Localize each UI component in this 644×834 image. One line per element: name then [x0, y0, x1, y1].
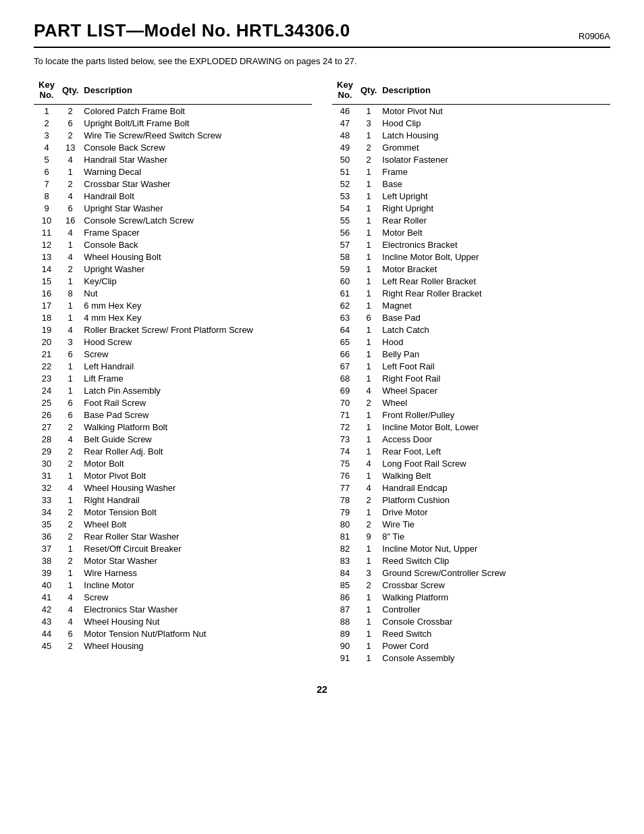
table-row: 531Left Upright	[332, 190, 610, 202]
part-key: 85	[332, 579, 358, 591]
part-description: Colored Patch Frame Bolt	[81, 105, 312, 118]
table-row: 324Wheel Housing Washer	[34, 481, 312, 494]
part-description: Hood Screw	[81, 336, 312, 348]
part-description: Wire Tie Screw/Reed Switch Screw	[81, 129, 312, 141]
table-row: 121Console Back	[34, 238, 312, 251]
part-qty: 2	[358, 396, 379, 409]
part-description: Grommet	[379, 141, 610, 153]
part-key: 15	[34, 275, 59, 287]
table-row: 721Incline Motor Bolt, Lower	[332, 421, 610, 433]
part-description: Wheel Spacer	[379, 384, 610, 396]
part-qty: 1	[358, 275, 379, 287]
part-key: 77	[332, 481, 358, 494]
part-key: 81	[332, 530, 358, 542]
part-key: 39	[34, 567, 59, 579]
page-header: PART LIST—Model No. HRTL34306.0 R0906A	[34, 20, 610, 48]
table-row: 61Warning Decal	[34, 165, 312, 178]
part-qty: 1	[358, 652, 379, 664]
table-row: 221Left Handrail	[34, 360, 312, 372]
part-qty: 2	[59, 105, 81, 118]
part-description: Controller	[379, 603, 610, 615]
part-description: Key/Clip	[81, 275, 312, 287]
part-qty: 6	[59, 117, 81, 129]
table-row: 311Motor Pivot Bolt	[34, 469, 312, 481]
part-qty: 2	[59, 518, 81, 530]
part-description: Screw	[81, 591, 312, 603]
part-description: Motor Tension Nut/Platform Nut	[81, 627, 312, 640]
part-qty: 1	[358, 129, 379, 141]
part-description: Motor Bolt	[81, 457, 312, 469]
part-description: 4 mm Hex Key	[81, 311, 312, 323]
left-column: Key No. Qty. Description 12Colored Patch…	[34, 78, 312, 664]
part-description: Base	[379, 178, 610, 190]
part-qty: 1	[358, 251, 379, 263]
table-row: 114Frame Spacer	[34, 226, 312, 238]
part-description: Upright Star Washer	[81, 202, 312, 214]
part-key: 9	[34, 202, 59, 214]
part-qty: 1	[59, 360, 81, 372]
table-row: 461Motor Pivot Nut	[332, 105, 610, 118]
part-qty: 2	[59, 554, 81, 567]
part-description: Wire Tie	[379, 518, 610, 530]
part-qty: 4	[59, 153, 81, 165]
part-description: Wheel Housing	[81, 640, 312, 652]
part-key: 6	[34, 165, 59, 178]
part-qty: 1	[358, 226, 379, 238]
part-key: 44	[34, 627, 59, 640]
part-key: 17	[34, 299, 59, 311]
part-description: Wheel	[379, 396, 610, 409]
part-description: Rear Foot, Left	[379, 445, 610, 457]
part-key: 73	[332, 433, 358, 445]
part-qty: 1	[59, 494, 81, 506]
part-key: 10	[34, 214, 59, 226]
part-qty: 3	[358, 567, 379, 579]
table-row: 54Handrail Star Washer	[34, 153, 312, 165]
part-key: 57	[332, 238, 358, 251]
part-description: Rear Roller Adj. Bolt	[81, 445, 312, 457]
part-key: 45	[34, 640, 59, 652]
part-description: Belly Pan	[379, 348, 610, 360]
part-description: Screw	[81, 348, 312, 360]
page-container: PART LIST—Model No. HRTL34306.0 R0906A T…	[34, 20, 610, 695]
table-row: 641Latch Catch	[332, 323, 610, 336]
part-description: Left Foot Rail	[379, 360, 610, 372]
part-key: 88	[332, 615, 358, 627]
table-row: 843Ground Screw/Controller Screw	[332, 567, 610, 579]
right-header-keyno: Key No.	[332, 78, 358, 105]
part-description: Console Back	[81, 238, 312, 251]
part-key: 21	[34, 348, 59, 360]
table-row: 473Hood Clip	[332, 117, 610, 129]
part-qty: 1	[59, 579, 81, 591]
part-qty: 2	[358, 579, 379, 591]
page-footer: 22	[34, 684, 610, 695]
part-qty: 4	[59, 323, 81, 336]
part-description: Electronics Star Washer	[81, 603, 312, 615]
page-number: 22	[317, 684, 327, 695]
part-qty: 6	[59, 409, 81, 421]
table-row: 284Belt Guide Screw	[34, 433, 312, 445]
part-qty: 4	[358, 457, 379, 469]
part-description: Incline Motor Nut, Upper	[379, 542, 610, 554]
part-description: Hood	[379, 336, 610, 348]
part-description: Upright Bolt/Lift Frame Bolt	[81, 117, 312, 129]
parts-columns: Key No. Qty. Description 12Colored Patch…	[34, 78, 610, 664]
table-row: 32Wire Tie Screw/Reed Switch Screw	[34, 129, 312, 141]
part-key: 18	[34, 311, 59, 323]
part-description: Warning Decal	[81, 165, 312, 178]
table-row: 1016Console Screw/Latch Screw	[34, 214, 312, 226]
table-row: 802Wire Tie	[332, 518, 610, 530]
part-qty: 8	[59, 287, 81, 299]
table-row: 621Magnet	[332, 299, 610, 311]
part-key: 54	[332, 202, 358, 214]
part-description: Motor Belt	[379, 226, 610, 238]
part-qty: 6	[59, 348, 81, 360]
table-row: 331Right Handrail	[34, 494, 312, 506]
part-qty: 1	[358, 299, 379, 311]
part-description: Motor Pivot Bolt	[81, 469, 312, 481]
table-row: 511Frame	[332, 165, 610, 178]
table-row: 741Rear Foot, Left	[332, 445, 610, 457]
table-row: 12Colored Patch Frame Bolt	[34, 105, 312, 118]
left-header-keyno: Key No.	[34, 78, 59, 105]
right-header-qty: Qty.	[358, 78, 379, 105]
table-row: 342Motor Tension Bolt	[34, 506, 312, 518]
